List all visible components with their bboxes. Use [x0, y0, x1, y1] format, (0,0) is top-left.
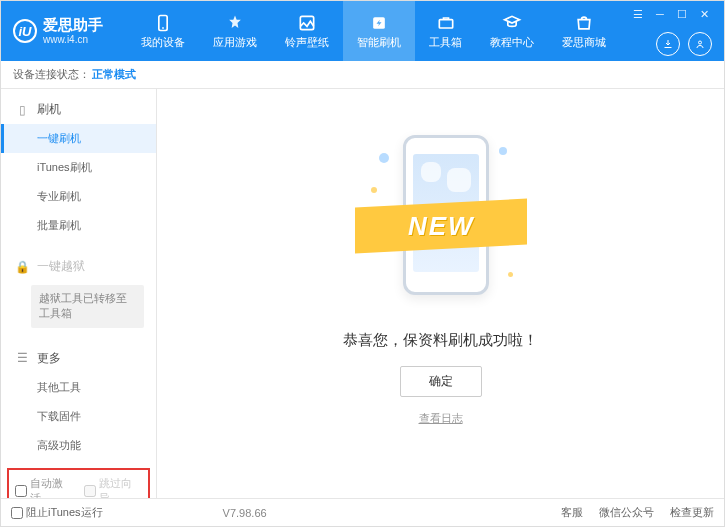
nav-toolbox[interactable]: 工具箱	[415, 1, 476, 61]
version-label: V7.98.66	[223, 507, 267, 519]
apps-icon	[225, 13, 245, 33]
sidebar-item-one-click-flash[interactable]: 一键刷机	[1, 124, 156, 153]
menu-icon[interactable]: ☰	[630, 6, 646, 22]
app-header: iU 爱思助手 www.i4.cn 我的设备 应用游戏 铃声壁纸 智能刷机 工具…	[1, 1, 724, 61]
app-name: 爱思助手	[43, 17, 103, 34]
status-label: 设备连接状态：	[13, 67, 90, 82]
top-nav: 我的设备 应用游戏 铃声壁纸 智能刷机 工具箱 教程中心 爱思商城	[127, 1, 630, 61]
phone-icon	[153, 13, 173, 33]
minimize-icon[interactable]: ─	[652, 6, 668, 22]
maximize-icon[interactable]: ☐	[674, 6, 690, 22]
flash-options-highlight: 自动激活 跳过向导	[7, 468, 150, 498]
nav-ringtone-wallpaper[interactable]: 铃声壁纸	[271, 1, 343, 61]
nav-tutorial[interactable]: 教程中心	[476, 1, 548, 61]
success-message: 恭喜您，保资料刷机成功啦！	[343, 331, 538, 350]
sidebar-section-jailbreak: 🔒 一键越狱	[1, 252, 156, 281]
sidebar-item-advanced[interactable]: 高级功能	[1, 431, 156, 460]
tutorial-icon	[502, 13, 522, 33]
download-icon[interactable]	[656, 32, 680, 56]
wallpaper-icon	[297, 13, 317, 33]
logo-icon: iU	[13, 19, 37, 43]
block-itunes-checkbox[interactable]: 阻止iTunes运行	[11, 505, 103, 520]
footer-wechat[interactable]: 微信公众号	[599, 505, 654, 520]
ok-button[interactable]: 确定	[400, 366, 482, 397]
close-icon[interactable]: ✕	[696, 6, 712, 22]
view-log-link[interactable]: 查看日志	[419, 411, 463, 426]
sidebar-item-other-tools[interactable]: 其他工具	[1, 373, 156, 402]
window-controls: ☰ ─ ☐ ✕	[630, 6, 712, 56]
footer-check-update[interactable]: 检查更新	[670, 505, 714, 520]
footer-support[interactable]: 客服	[561, 505, 583, 520]
phone-small-icon: ▯	[15, 103, 29, 117]
sidebar-item-itunes-flash[interactable]: iTunes刷机	[1, 153, 156, 182]
new-banner: NEW	[355, 198, 527, 253]
sidebar-section-more[interactable]: ☰ 更多	[1, 344, 156, 373]
list-icon: ☰	[15, 351, 29, 365]
jailbreak-moved-note: 越狱工具已转移至工具箱	[31, 285, 144, 328]
sidebar-item-batch-flash[interactable]: 批量刷机	[1, 211, 156, 240]
flash-icon	[369, 13, 389, 33]
lock-icon: 🔒	[15, 260, 29, 274]
sidebar-item-pro-flash[interactable]: 专业刷机	[1, 182, 156, 211]
svg-rect-4	[439, 19, 452, 27]
app-url: www.i4.cn	[43, 34, 103, 45]
svg-point-5	[699, 41, 702, 44]
logo-area: iU 爱思助手 www.i4.cn	[13, 17, 103, 45]
success-illustration: NEW	[361, 117, 521, 317]
sidebar-section-flash[interactable]: ▯ 刷机	[1, 95, 156, 124]
store-icon	[574, 13, 594, 33]
nav-my-device[interactable]: 我的设备	[127, 1, 199, 61]
nav-smart-flash[interactable]: 智能刷机	[343, 1, 415, 61]
nav-apps-games[interactable]: 应用游戏	[199, 1, 271, 61]
nav-store[interactable]: 爱思商城	[548, 1, 620, 61]
connection-status-bar: 设备连接状态： 正常模式	[1, 61, 724, 89]
user-icon[interactable]	[688, 32, 712, 56]
auto-activate-checkbox[interactable]: 自动激活	[15, 476, 74, 498]
footer-bar: 阻止iTunes运行 V7.98.66 客服 微信公众号 检查更新	[1, 498, 724, 526]
skip-guide-checkbox[interactable]: 跳过向导	[84, 476, 143, 498]
main-content: NEW 恭喜您，保资料刷机成功啦！ 确定 查看日志	[157, 89, 724, 498]
sidebar: ▯ 刷机 一键刷机 iTunes刷机 专业刷机 批量刷机 🔒 一键越狱 越狱工具…	[1, 89, 157, 498]
sidebar-item-download-firmware[interactable]: 下载固件	[1, 402, 156, 431]
status-value: 正常模式	[92, 67, 136, 82]
toolbox-icon	[436, 13, 456, 33]
